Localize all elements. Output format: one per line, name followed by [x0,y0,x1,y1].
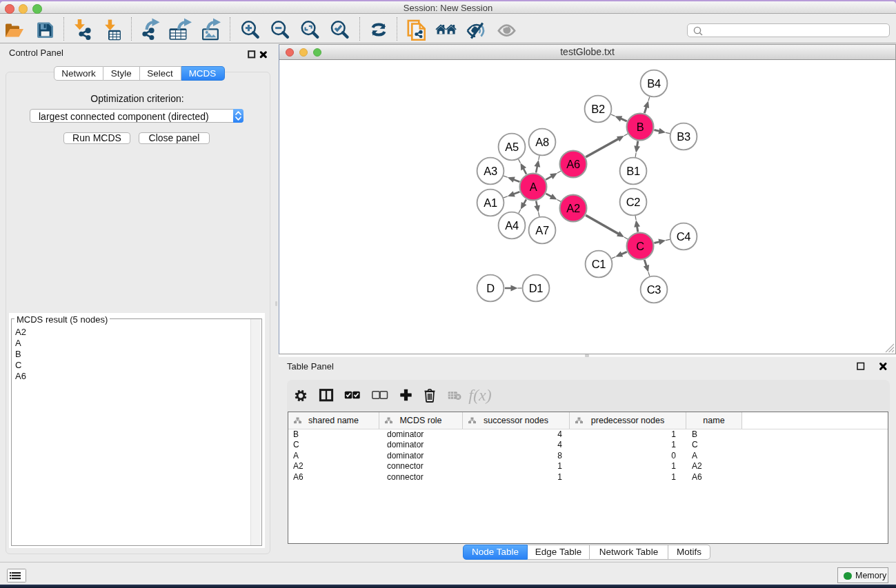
svg-text:B4: B4 [647,77,661,90]
svg-text:C3: C3 [647,283,661,296]
svg-text:A8: A8 [535,136,549,148]
svg-text:D: D [486,282,495,294]
svg-text:B1: B1 [626,165,640,177]
svg-text:D1: D1 [529,282,544,294]
svg-text:A3: A3 [484,165,497,177]
svg-text:A4: A4 [505,219,519,232]
svg-text:A6: A6 [566,158,580,170]
svg-text:A7: A7 [535,224,549,236]
svg-text:f(x): f(x) [468,386,491,404]
svg-text:C: C [636,240,644,252]
svg-text:A1: A1 [484,196,497,209]
svg-text:C4: C4 [677,230,691,243]
svg-text:C1: C1 [592,258,606,270]
svg-text:A: A [530,181,537,193]
svg-text:B2: B2 [591,103,605,115]
svg-text:B: B [637,121,644,133]
svg-text:A2: A2 [566,202,580,214]
svg-text:B3: B3 [677,130,690,143]
svg-text:A5: A5 [505,141,519,153]
svg-text:C2: C2 [626,196,641,208]
